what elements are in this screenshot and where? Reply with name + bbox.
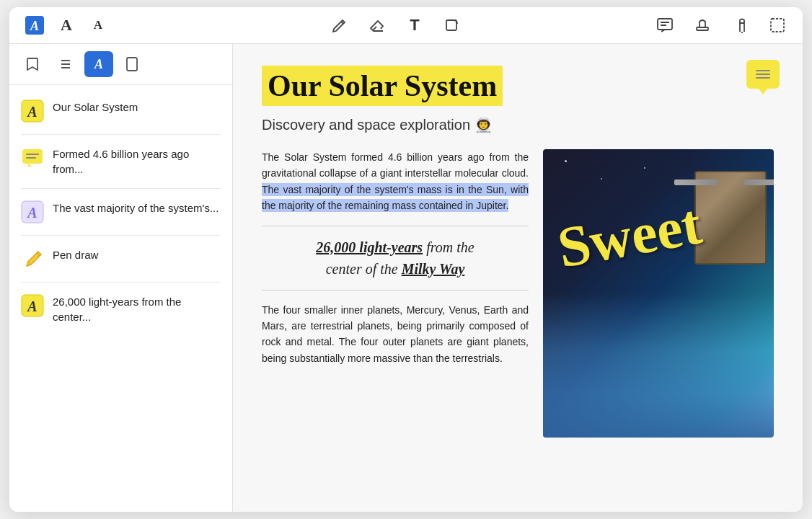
earth-image: [543, 293, 774, 438]
doc-quote-text: 26,000 light-years from the center of th…: [262, 236, 529, 280]
divider: [21, 134, 221, 135]
quote-center: center of the: [326, 261, 402, 277]
sidebar-item-text: Our Solar System: [53, 99, 221, 115]
yellow-a-icon: A: [21, 99, 44, 123]
svg-text:A: A: [26, 298, 37, 314]
select-tool-icon[interactable]: [767, 14, 788, 36]
divider: [21, 235, 221, 236]
space-image: Sweet: [543, 149, 774, 438]
highlighted-text: The vast majority of the system's mass i…: [262, 183, 529, 212]
list-item[interactable]: A 26,000 light-years from the center...: [9, 285, 232, 333]
svg-text:A: A: [26, 104, 37, 120]
list-item[interactable]: Pen draw: [9, 239, 232, 279]
toolbar-left: A A A: [24, 14, 109, 36]
handwriting-sweet: Sweet: [554, 195, 706, 277]
tab-annotation[interactable]: A: [84, 51, 113, 77]
comment-icon: [21, 146, 44, 169]
font-main-icon[interactable]: A: [24, 14, 45, 36]
svg-rect-2: [446, 20, 456, 30]
tab-bookmark[interactable]: [18, 51, 47, 77]
svg-text:A: A: [30, 19, 39, 33]
comment-tool-icon[interactable]: [654, 14, 676, 36]
divider: [21, 188, 221, 189]
quote-from: from the: [426, 239, 474, 255]
sidebar: A A Our Solar System: [9, 44, 233, 512]
svg-marker-15: [28, 164, 32, 167]
pen-tool-icon[interactable]: [729, 14, 751, 36]
sidebar-items: A Our Solar System: [9, 85, 232, 512]
stamp-tool-icon[interactable]: [692, 14, 713, 36]
comment-lines-icon: [756, 70, 770, 79]
doc-subtitle: Discovery and space exploration 👨‍🚀: [262, 116, 774, 133]
text-tool-icon[interactable]: T: [404, 14, 425, 36]
sidebar-tabs: A: [9, 44, 232, 85]
shape-tool-icon[interactable]: [441, 14, 463, 36]
list-item[interactable]: A The vast majority of the system's...: [9, 192, 232, 232]
pencil-sidebar-icon: [21, 247, 44, 270]
list-item[interactable]: Formed 4.6 billion years ago from...: [9, 138, 232, 185]
svg-text:A: A: [26, 205, 37, 221]
doc-quote-block: 26,000 light-years from the center of th…: [262, 226, 529, 290]
sidebar-item-text: Formed 4.6 billion years ago from...: [53, 146, 221, 177]
doc-text-column: The Solar System formed 4.6 billion year…: [262, 149, 529, 438]
list-item[interactable]: A Our Solar System: [9, 91, 232, 131]
quote-milkyway: Milky Way: [402, 261, 465, 277]
purple-a-icon: A: [21, 200, 44, 223]
tab-list[interactable]: [51, 51, 80, 77]
doc-para-2: The four smaller inner planets, Mercury,…: [262, 302, 529, 367]
document-area: Our Solar System Discovery and space exp…: [233, 44, 803, 512]
main-area: A A Our Solar System: [9, 44, 803, 512]
doc-para-1: The Solar System formed 4.6 billion year…: [262, 149, 529, 214]
divider: [21, 282, 221, 283]
doc-content-row: The Solar System formed 4.6 billion year…: [262, 149, 774, 438]
doc-title: Our Solar System: [262, 66, 503, 106]
tab-page[interactable]: [118, 51, 146, 77]
sidebar-item-text: 26,000 light-years from the center...: [53, 294, 221, 324]
toolbar: A A A T: [9, 7, 803, 44]
sidebar-item-text: The vast majority of the system's...: [53, 200, 221, 216]
comment-bubble[interactable]: [746, 60, 780, 89]
toolbar-right: [654, 14, 788, 36]
doc-image-column: Sweet: [543, 149, 774, 438]
pencil-draw-icon[interactable]: [329, 14, 350, 36]
quote-main: 26,000 light-years: [316, 239, 423, 255]
svg-rect-14: [22, 149, 43, 164]
toolbar-center: T: [151, 14, 641, 36]
font-a-small-icon[interactable]: A: [87, 14, 109, 36]
app-window: A A A T: [9, 7, 803, 512]
svg-rect-11: [127, 58, 137, 71]
yellow-a-icon2: A: [21, 294, 44, 317]
svg-rect-6: [697, 27, 708, 30]
doc-title-area: Our Solar System: [262, 66, 774, 110]
font-a-large-icon[interactable]: A: [56, 14, 77, 36]
eraser-icon[interactable]: [366, 14, 388, 36]
svg-rect-7: [771, 19, 784, 32]
sidebar-item-text: Pen draw: [53, 247, 221, 262]
svg-rect-3: [658, 19, 672, 30]
